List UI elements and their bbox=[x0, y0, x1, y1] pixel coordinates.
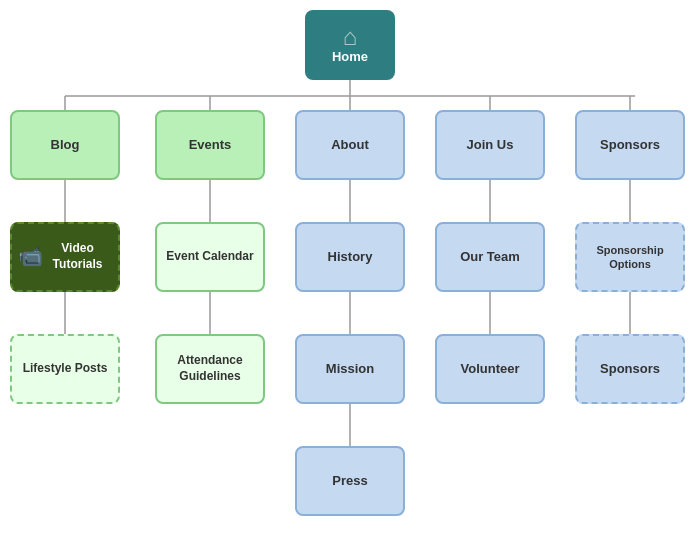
lifestyle-posts-label: Lifestyle Posts bbox=[23, 361, 108, 377]
sponsors-top-node[interactable]: Sponsors bbox=[575, 110, 685, 180]
attendance-guidelines-node[interactable]: Attendance Guidelines bbox=[155, 334, 265, 404]
joinus-node[interactable]: Join Us bbox=[435, 110, 545, 180]
home-label: Home bbox=[332, 49, 368, 66]
volunteer-label: Volunteer bbox=[461, 361, 520, 378]
events-node[interactable]: Events bbox=[155, 110, 265, 180]
our-team-label: Our Team bbox=[460, 249, 520, 266]
event-calendar-label: Event Calendar bbox=[166, 249, 253, 265]
blog-label: Blog bbox=[51, 137, 80, 154]
video-tutorials-label: Video Tutorials bbox=[43, 241, 112, 272]
sponsors-top-label: Sponsors bbox=[600, 137, 660, 154]
joinus-label: Join Us bbox=[467, 137, 514, 154]
video-icon: 📹 bbox=[18, 243, 43, 269]
about-label: About bbox=[331, 137, 369, 154]
about-node[interactable]: About bbox=[295, 110, 405, 180]
event-calendar-node[interactable]: Event Calendar bbox=[155, 222, 265, 292]
mission-label: Mission bbox=[326, 361, 374, 378]
home-node[interactable]: ⌂ Home bbox=[305, 10, 395, 80]
press-label: Press bbox=[332, 473, 367, 490]
blog-node[interactable]: Blog bbox=[10, 110, 120, 180]
lifestyle-posts-node[interactable]: Lifestyle Posts bbox=[10, 334, 120, 404]
volunteer-node[interactable]: Volunteer bbox=[435, 334, 545, 404]
sitemap-diagram: ⌂ Home Blog Events About Join Us Sponsor… bbox=[0, 0, 700, 533]
video-tutorials-node[interactable]: 📹 Video Tutorials bbox=[10, 222, 120, 292]
sponsorship-options-node[interactable]: Sponsorship Options bbox=[575, 222, 685, 292]
history-node[interactable]: History bbox=[295, 222, 405, 292]
history-label: History bbox=[328, 249, 373, 266]
home-icon: ⌂ bbox=[343, 25, 358, 49]
press-node[interactable]: Press bbox=[295, 446, 405, 516]
attendance-guidelines-label: Attendance Guidelines bbox=[163, 353, 257, 384]
sponsors-child-node[interactable]: Sponsors bbox=[575, 334, 685, 404]
our-team-node[interactable]: Our Team bbox=[435, 222, 545, 292]
sponsorship-options-label: Sponsorship Options bbox=[583, 243, 677, 272]
events-label: Events bbox=[189, 137, 232, 154]
mission-node[interactable]: Mission bbox=[295, 334, 405, 404]
sponsors-child-label: Sponsors bbox=[600, 361, 660, 378]
